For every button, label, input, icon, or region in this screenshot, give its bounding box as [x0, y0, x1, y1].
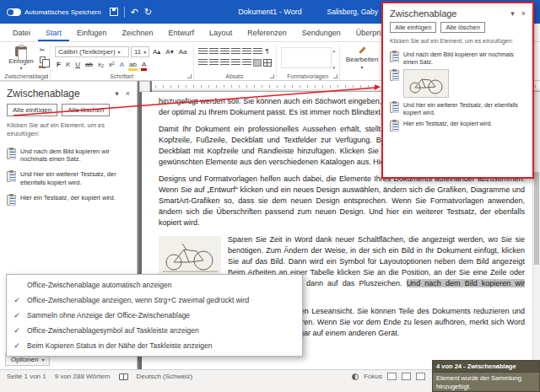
- focus-label[interactable]: Fokus: [364, 373, 382, 380]
- read-mode-icon[interactable]: [387, 373, 397, 380]
- strikethrough-button[interactable]: ab: [84, 60, 94, 70]
- chevron-down-icon[interactable]: ▾: [333, 65, 336, 70]
- clipboard-item[interactable]: Hier ein Testsatz, der kopiert wird.: [389, 118, 526, 133]
- proofing-book-icon: [119, 373, 128, 380]
- toggle-switch-icon[interactable]: [7, 8, 21, 16]
- tab-selector[interactable]: [139, 81, 150, 92]
- print-layout-icon[interactable]: [402, 373, 411, 380]
- scrollbar-thumb[interactable]: [534, 172, 539, 265]
- bold-button[interactable]: F: [55, 60, 62, 70]
- autosave-toggle[interactable]: Automatisches Speichern: [7, 8, 101, 16]
- clear-all-button[interactable]: Alle löschen: [62, 104, 110, 116]
- sort-icon[interactable]: [253, 48, 262, 56]
- menu-item[interactable]: Office-Zwischenablage automatisch anzeig…: [7, 277, 302, 293]
- increase-indent-icon[interactable]: [242, 48, 251, 56]
- italic-button[interactable]: K: [64, 60, 72, 70]
- paste-clipboard-icon: [15, 46, 27, 56]
- subscript-button[interactable]: x₂: [96, 60, 105, 70]
- justify-icon[interactable]: [231, 59, 240, 67]
- font-size-select[interactable]: 11 ▾: [131, 46, 149, 57]
- text-effects-button[interactable]: A: [118, 60, 126, 70]
- clipboard-item-image[interactable]: [389, 67, 526, 99]
- dialog-launcher-icon[interactable]: [44, 74, 48, 78]
- document-image[interactable]: [159, 236, 221, 276]
- clipboard-group: Einfügen ▾ ✂ Zwischenablage: [2, 44, 51, 80]
- check-icon: ✓: [7, 296, 27, 304]
- numbered-list-icon[interactable]: [209, 48, 219, 56]
- chevron-down-icon[interactable]: ▾: [510, 9, 515, 18]
- grow-font-button[interactable]: A▴: [151, 47, 162, 57]
- borders-icon[interactable]: [263, 59, 272, 67]
- word-count[interactable]: 9 von 288 Wörtern: [55, 373, 111, 380]
- tab-einfuegen[interactable]: Einfügen: [69, 24, 115, 41]
- language-indicator[interactable]: Deutsch (Schweiz): [137, 373, 193, 380]
- clipboard-item[interactable]: Und hier ein weiterer Testsatz, der eben…: [0, 167, 137, 191]
- multilevel-list-icon[interactable]: [220, 48, 230, 56]
- chevron-down-icon: ▾: [19, 66, 22, 71]
- paste-all-button[interactable]: Alle einfügen: [7, 104, 57, 116]
- tab-datei[interactable]: Datei: [5, 24, 38, 41]
- close-icon[interactable]: ×: [126, 89, 130, 98]
- clipboard-item[interactable]: Und hier ein weiterer Testsatz, der eben…: [389, 99, 526, 118]
- superscript-button[interactable]: x²: [107, 60, 116, 70]
- chevron-down-icon: ▾: [143, 50, 146, 55]
- clipboard-item[interactable]: Hier ein Testsatz, der kopiert wird.: [0, 191, 137, 209]
- account-name[interactable]: Salisberg, Gaby: [327, 8, 378, 16]
- page-indicator[interactable]: Seite 1 von 1: [7, 373, 46, 380]
- paragraph: Designs und Formatvorlagen helfen auch d…: [159, 174, 525, 228]
- clipboard-item-icon: [390, 70, 399, 81]
- font-color-button[interactable]: A: [140, 60, 148, 70]
- tab-entwurf[interactable]: Entwurf: [161, 24, 202, 41]
- underline-button[interactable]: U: [73, 60, 82, 70]
- paragraph-group: ¶ Absatz: [194, 44, 277, 80]
- dialog-launcher-icon[interactable]: [333, 74, 338, 78]
- clipboard-item[interactable]: Und nach dem Bild kopieren wir nochmals …: [389, 49, 526, 67]
- shrink-font-button[interactable]: A▾: [164, 47, 175, 57]
- change-case-button[interactable]: Aa: [177, 47, 189, 57]
- align-right-icon[interactable]: [220, 59, 230, 67]
- align-center-icon[interactable]: [209, 59, 219, 67]
- align-left-icon[interactable]: [198, 59, 208, 67]
- clipboard-item-icon: [7, 148, 16, 159]
- paste-all-button[interactable]: Alle einfügen: [390, 22, 436, 33]
- chevron-down-icon: ▾: [361, 65, 364, 70]
- dialog-launcher-icon[interactable]: [270, 74, 274, 78]
- tab-layout[interactable]: Layout: [202, 24, 240, 41]
- paste-button[interactable]: Einfügen ▾: [6, 45, 36, 71]
- pilcrow-icon[interactable]: ¶: [264, 46, 271, 56]
- close-icon[interactable]: ×: [521, 9, 526, 18]
- clipboard-item-text: Und nach dem Bild kopieren wir nochmals …: [20, 148, 130, 164]
- decrease-indent-icon[interactable]: [231, 48, 240, 56]
- tab-sendungen[interactable]: Sendungen: [294, 24, 348, 41]
- clear-all-button[interactable]: Alle löschen: [440, 22, 484, 33]
- menu-item[interactable]: ✓ Office-Zwischenablage anzeigen, wenn S…: [7, 293, 302, 308]
- cut-icon[interactable]: ✂: [40, 47, 46, 54]
- save-icon[interactable]: [110, 8, 118, 16]
- chevron-down-icon[interactable]: ▾: [115, 89, 119, 98]
- autosave-label: Automatisches Speichern: [24, 8, 101, 16]
- shading-icon[interactable]: [253, 59, 262, 67]
- font-name-select[interactable]: Calibri (Textkörper) ▾: [55, 46, 129, 57]
- menu-item[interactable]: ✓ Office-Zwischenablagesymbol auf Taskle…: [7, 323, 302, 338]
- check-icon: ✓: [7, 341, 27, 350]
- menu-item-label: Office-Zwischenablage automatisch anzeig…: [27, 281, 171, 289]
- tab-start[interactable]: Start: [38, 24, 69, 41]
- styles-gallery[interactable]: [281, 47, 332, 68]
- menu-item[interactable]: ✓ Beim Kopieren Status in der Nähe der T…: [7, 338, 302, 353]
- styles-group: ▴ ▾ Formatvorlagen: [277, 44, 341, 80]
- line-spacing-icon[interactable]: [242, 59, 251, 67]
- highlight-color-button[interactable]: ab: [127, 60, 138, 70]
- chevron-up-icon[interactable]: ▴: [333, 48, 336, 53]
- clipboard-item[interactable]: Und nach dem Bild kopieren wir nochmals …: [0, 144, 137, 168]
- copy-icon[interactable]: [40, 56, 46, 63]
- clipboard-item-text: Und hier ein weiterer Testsatz, der eben…: [20, 170, 130, 187]
- editing-label: Bearbeiten: [346, 56, 379, 63]
- editing-menu-button[interactable]: Bearbeiten ▾: [344, 45, 380, 71]
- styles-gallery-scroll[interactable]: ▴ ▾: [333, 47, 336, 71]
- bullet-list-icon[interactable]: [198, 48, 208, 56]
- dialog-launcher-icon[interactable]: [187, 74, 192, 78]
- web-layout-icon[interactable]: [416, 373, 425, 380]
- tab-referenzen[interactable]: Referenzen: [240, 24, 294, 41]
- menu-item[interactable]: ✓ Sammeln ohne Anzeige der Office-Zwisch…: [7, 308, 302, 323]
- tab-zeichnen[interactable]: Zeichnen: [115, 24, 161, 41]
